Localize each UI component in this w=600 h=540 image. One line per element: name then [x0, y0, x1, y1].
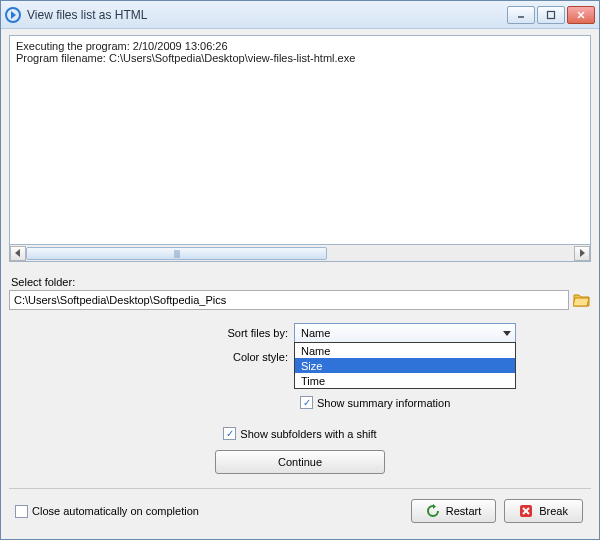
sort-label: Sort files by: — [219, 327, 294, 339]
scroll-right-button[interactable] — [574, 246, 590, 261]
close-on-completion-checkbox[interactable] — [15, 505, 28, 518]
sort-combobox[interactable]: Name — [294, 323, 516, 343]
folder-panel: Select folder: — [9, 274, 591, 310]
select-folder-label: Select folder: — [11, 276, 591, 288]
window-controls — [507, 6, 595, 24]
svg-marker-6 — [433, 504, 436, 509]
browse-folder-icon[interactable] — [573, 292, 591, 308]
minimize-button[interactable] — [507, 6, 535, 24]
continue-button[interactable]: Continue — [215, 450, 385, 474]
color-label: Color style: — [219, 351, 294, 363]
summary-label: Show summary information — [317, 397, 450, 409]
break-icon — [519, 504, 533, 518]
content-area: Executing the program: 2/10/2009 13:06:2… — [1, 29, 599, 539]
footer: Close automatically on completion Restar… — [9, 488, 591, 523]
log-text: Executing the program: — [16, 40, 133, 52]
close-on-completion-row: Close automatically on completion — [15, 505, 199, 518]
svg-marker-4 — [15, 249, 20, 257]
subfolders-row: Show subfolders with a shift — [9, 427, 591, 440]
sort-value: Name — [301, 327, 330, 339]
chevron-down-icon — [503, 331, 511, 336]
close-button[interactable] — [567, 6, 595, 24]
horizontal-scrollbar[interactable] — [9, 245, 591, 262]
restart-label: Restart — [446, 505, 481, 517]
restart-button[interactable]: Restart — [411, 499, 496, 523]
folder-row — [9, 290, 591, 310]
app-window: View files list as HTML Executing the pr… — [0, 0, 600, 540]
scroll-track[interactable] — [26, 246, 574, 261]
subfolders-checkbox[interactable] — [223, 427, 236, 440]
options-panel: Sort files by: Name Name Size Time Color… — [219, 322, 591, 409]
window-title: View files list as HTML — [27, 8, 507, 22]
sort-row: Sort files by: Name Name Size Time — [219, 322, 591, 344]
sort-option-time[interactable]: Time — [295, 373, 515, 388]
continue-row: Continue — [9, 450, 591, 474]
svg-marker-5 — [580, 249, 585, 257]
log-text: Program filename: — [16, 52, 109, 64]
log-line: Program filename: C:\Users\Softpedia\Des… — [16, 52, 584, 64]
app-icon — [5, 7, 21, 23]
restart-icon — [426, 504, 440, 518]
sort-combo-wrap: Name Name Size Time — [294, 323, 516, 343]
sort-option-size[interactable]: Size — [295, 358, 515, 373]
close-on-completion-label: Close automatically on completion — [32, 505, 199, 517]
scroll-thumb[interactable] — [26, 247, 327, 260]
summary-row: Show summary information — [300, 396, 591, 409]
subfolders-label: Show subfolders with a shift — [240, 428, 376, 440]
log-path: C:\Users\Softpedia\Desktop\view-files-li… — [109, 52, 355, 64]
log-output: Executing the program: 2/10/2009 13:06:2… — [9, 35, 591, 245]
maximize-button[interactable] — [537, 6, 565, 24]
titlebar[interactable]: View files list as HTML — [1, 1, 599, 29]
footer-buttons: Restart Break — [411, 499, 583, 523]
sort-option-name[interactable]: Name — [295, 343, 515, 358]
sort-dropdown: Name Size Time — [294, 342, 516, 389]
continue-label: Continue — [278, 456, 322, 468]
folder-path-input[interactable] — [9, 290, 569, 310]
svg-rect-1 — [548, 11, 555, 18]
break-label: Break — [539, 505, 568, 517]
summary-checkbox[interactable] — [300, 396, 313, 409]
break-button[interactable]: Break — [504, 499, 583, 523]
scroll-left-button[interactable] — [10, 246, 26, 261]
log-datetime: 2/10/2009 13:06:26 — [133, 40, 228, 52]
log-line: Executing the program: 2/10/2009 13:06:2… — [16, 40, 584, 52]
